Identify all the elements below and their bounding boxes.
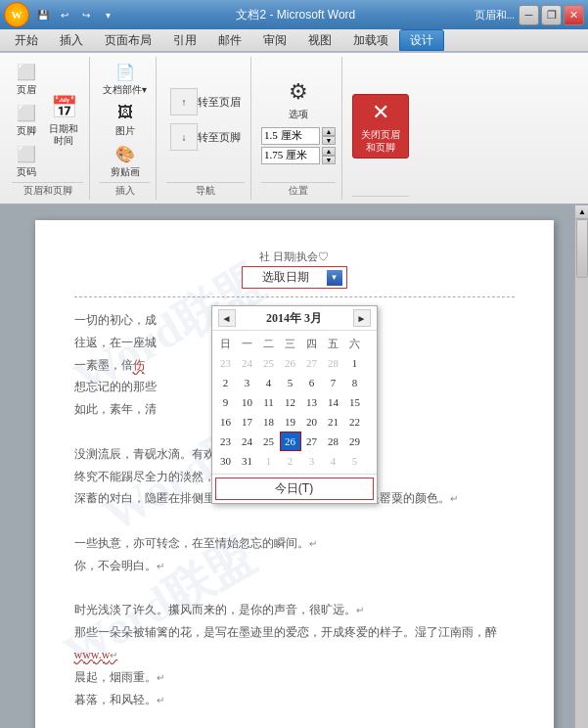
tab-view[interactable]: 视图 [297, 29, 342, 51]
spin-down-1[interactable]: ▼ [322, 136, 336, 145]
options-btn[interactable]: ⚙ 选项 [279, 74, 318, 123]
cal-day[interactable]: 1 [344, 353, 366, 373]
cal-day[interactable]: 30 [215, 451, 237, 471]
cal-day[interactable]: 27 [301, 353, 323, 373]
cal-day[interactable]: 31 [237, 451, 258, 471]
cal-day[interactable]: 9 [215, 392, 237, 412]
line-15: 暮落，和风轻。↵ [74, 689, 515, 711]
cal-day[interactable]: 20 [301, 412, 323, 432]
vertical-scrollbar[interactable]: ▲ [574, 205, 588, 728]
prev-section-btn[interactable]: ↑ 转至页眉 [166, 86, 245, 117]
cal-day[interactable]: 26 [280, 353, 301, 373]
cal-day[interactable]: 28 [323, 353, 344, 373]
cal-day[interactable]: 10 [237, 392, 258, 412]
date-time-btn[interactable]: 📅 日期和时间 [44, 90, 83, 149]
minimize-btn[interactable]: ─ [519, 5, 539, 25]
restore-btn[interactable]: ❐ [541, 5, 562, 25]
spin-up-2[interactable]: ▲ [322, 147, 336, 156]
cal-day[interactable]: 3 [237, 373, 258, 392]
group-nav-label: 导航 [166, 182, 245, 198]
ribbon-body: ⬜ 页眉 ⬜ 页脚 ⬜ 页码 📅 日期和时间 页眉和页脚 [0, 53, 588, 205]
spin-arrows-1: ▲ ▼ [322, 127, 336, 145]
date-picker-label: 社 日期|执会♡ [259, 250, 329, 264]
cal-day[interactable]: 17 [237, 412, 258, 432]
cal-day[interactable]: 28 [323, 432, 344, 451]
cal-day[interactable]: 21 [323, 412, 344, 432]
close-header-footer-btn[interactable]: ✕ 关闭页眉和页脚 [352, 94, 409, 159]
clip-art-btn[interactable]: 🎨 剪贴画 [100, 141, 150, 180]
cal-day[interactable]: 29 [344, 432, 366, 451]
cal-day[interactable]: 22 [344, 412, 366, 432]
cal-day[interactable]: 2 [215, 373, 237, 392]
save-qa-btn[interactable]: 💾 [33, 6, 53, 23]
cal-day[interactable]: 5 [344, 451, 366, 471]
cal-month-year: 2014年 3月 [266, 310, 322, 327]
undo-qa-btn[interactable]: ↩ [55, 6, 74, 23]
cal-day[interactable]: 18 [258, 412, 280, 432]
date-select-text: 选取日期 [247, 269, 325, 286]
cal-next-btn[interactable]: ► [353, 309, 371, 327]
tab-layout[interactable]: 页面布局 [94, 29, 162, 51]
date-dropdown-arrow[interactable]: ▼ [327, 270, 342, 286]
scroll-up-btn[interactable]: ▲ [575, 205, 588, 219]
group-hf-content: ⬜ 页眉 ⬜ 页脚 ⬜ 页码 📅 日期和时间 [12, 59, 83, 180]
header-btn[interactable]: ⬜ 页眉 [12, 59, 41, 98]
picture-btn[interactable]: 🖼 图片 [100, 100, 150, 139]
cal-day[interactable]: 25 [258, 432, 280, 451]
close-btn[interactable]: ✕ [564, 5, 584, 25]
cal-day[interactable]: 25 [258, 353, 280, 373]
group-hf-label: 页眉和页脚 [12, 182, 83, 198]
cal-day-selected[interactable]: 26 [280, 432, 301, 451]
footer-btn[interactable]: ⬜ 页脚 [12, 100, 41, 139]
cal-day[interactable]: 11 [258, 392, 280, 412]
office-button[interactable]: W [4, 2, 29, 27]
cal-day[interactable]: 4 [323, 451, 344, 471]
window-controls: ─ ❐ ✕ [519, 5, 584, 25]
cal-day[interactable]: 4 [258, 373, 280, 392]
picture-icon: 🖼 [113, 101, 137, 124]
cal-day[interactable]: 6 [301, 373, 323, 392]
page-number-icon: ⬜ [15, 142, 38, 165]
redo-qa-btn[interactable]: ↪ [76, 6, 96, 23]
tab-review[interactable]: 审阅 [252, 29, 297, 51]
cal-day[interactable]: 19 [280, 412, 301, 432]
tab-mail[interactable]: 邮件 [207, 29, 252, 51]
cal-day[interactable]: 12 [280, 392, 301, 412]
doc-parts-btn[interactable]: 📄 文档部件▾ [100, 59, 150, 98]
cal-prev-btn[interactable]: ◄ [218, 309, 236, 327]
cal-day[interactable]: 1 [258, 451, 280, 471]
tab-design[interactable]: 设计 [399, 29, 444, 51]
cal-day[interactable]: 14 [323, 392, 344, 412]
cal-day[interactable]: 16 [215, 412, 237, 432]
next-section-btn[interactable]: ↓ 转至页脚 [166, 121, 245, 153]
cal-day[interactable]: 27 [301, 432, 323, 451]
tab-references[interactable]: 引用 [162, 29, 207, 51]
page-number-btn[interactable]: ⬜ 页码 [12, 141, 41, 180]
dropdown-qa-btn[interactable]: ▾ [98, 6, 117, 23]
cal-day[interactable]: 7 [323, 373, 344, 392]
doc-parts-icon: 📄 [113, 60, 137, 83]
cal-week-5: 23 24 25 26 27 28 29 [215, 432, 374, 451]
cal-day[interactable]: 15 [344, 392, 366, 412]
cal-day[interactable]: 8 [344, 373, 366, 392]
cal-day[interactable]: 23 [215, 353, 237, 373]
cal-day[interactable]: 24 [237, 432, 258, 451]
cal-day[interactable]: 2 [280, 451, 301, 471]
spin-up-1[interactable]: ▲ [322, 127, 336, 136]
spin-down-2[interactable]: ▼ [322, 156, 336, 164]
title-bar: W 💾 ↩ ↪ ▾ 文档2 - Microsoft Word 页眉和... ─ … [0, 0, 588, 29]
footer-height-input[interactable]: 1.75 厘米 [261, 147, 320, 164]
scroll-thumb[interactable] [576, 219, 588, 278]
tab-addins[interactable]: 加载项 [342, 29, 399, 51]
cal-today-btn[interactable]: 今日(T) [215, 478, 374, 500]
cal-day[interactable]: 3 [301, 451, 323, 471]
tab-home[interactable]: 开始 [4, 29, 49, 51]
cal-day[interactable]: 23 [215, 432, 237, 451]
header-height-input[interactable]: 1.5 厘米 [261, 127, 320, 145]
cal-day[interactable]: 24 [237, 353, 258, 373]
close-hf-icon: ✕ [372, 100, 389, 124]
cal-day[interactable]: 13 [301, 392, 323, 412]
cal-day[interactable]: 5 [280, 373, 301, 392]
date-select-box[interactable]: 选取日期 ▼ [242, 266, 347, 289]
tab-insert[interactable]: 插入 [49, 29, 94, 51]
